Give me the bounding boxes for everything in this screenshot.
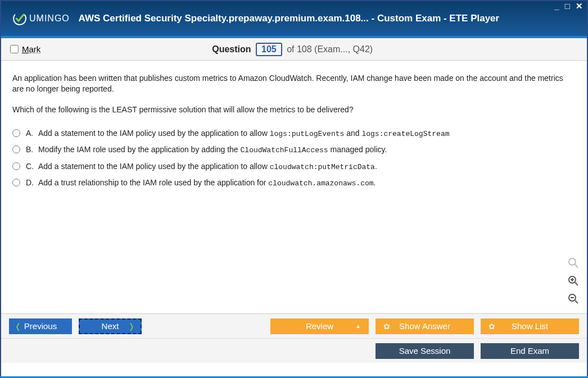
answer-text: Add a statement to the IAM policy used b… [38, 161, 377, 173]
answer-option-A[interactable]: A.Add a statement to the IAM policy used… [12, 125, 576, 142]
answer-radio[interactable] [12, 179, 20, 186]
bookmark-icon: ✿ [383, 322, 390, 331]
answer-letter: C. [26, 161, 38, 172]
question-label: Question [212, 44, 251, 54]
next-button[interactable]: Next ❭ [79, 318, 142, 334]
chevron-up-icon: ▲ [355, 323, 361, 329]
session-footer: Save Session End Exam [1, 338, 587, 363]
answer-text: Add a trust relationship to the IAM role… [38, 177, 376, 189]
save-session-button[interactable]: Save Session [376, 343, 474, 359]
show-answer-button[interactable]: ✿ Show Answer [376, 318, 474, 334]
svg-line-6 [575, 283, 578, 285]
current-question-number: 105 [256, 43, 282, 56]
previous-button[interactable]: ❬ Previous [9, 318, 72, 334]
question-paragraph-1: An application has been written that pub… [12, 73, 576, 94]
svg-line-2 [575, 265, 578, 267]
review-button[interactable]: Review ▲ [270, 318, 369, 334]
window-controls: _ □ ✕ [554, 1, 585, 11]
answer-text: Add a statement to the IAM policy used b… [38, 127, 449, 140]
question-header: Mark Question 105 of 108 (Exam..., Q42) [1, 38, 587, 61]
show-answer-label: Show Answer [399, 321, 450, 331]
answer-radio[interactable] [12, 162, 20, 170]
logo-text: UMINGO [29, 13, 70, 24]
zoom-out-icon[interactable] [567, 292, 580, 306]
answers-list: A.Add a statement to the IAM policy used… [12, 125, 576, 192]
answer-text: Modify the IAM role used by the applicat… [38, 144, 387, 156]
zoom-in-icon[interactable] [567, 274, 580, 288]
checkmark-logo-icon [12, 11, 27, 26]
search-icon[interactable] [567, 256, 580, 270]
nav-footer: ❬ Previous Next ❭ Review ▲ ✿ Show Answer… [1, 313, 587, 338]
maximize-icon[interactable]: □ [565, 1, 572, 11]
answer-letter: A. [26, 127, 38, 139]
previous-label: Previous [24, 321, 57, 331]
chevron-left-icon: ❬ [15, 322, 21, 331]
answer-option-D[interactable]: D.Add a trust relationship to the IAM ro… [12, 175, 576, 192]
answer-radio[interactable] [12, 145, 20, 153]
mark-label[interactable]: Mark [22, 44, 40, 54]
title-bar: UMINGO AWS Certified Security Specialty.… [1, 1, 587, 38]
svg-point-1 [569, 258, 576, 265]
answer-option-C[interactable]: C.Add a statement to the IAM policy used… [12, 158, 576, 175]
show-list-label: Show List [512, 321, 548, 331]
question-total: of 108 (Exam..., Q42) [287, 44, 373, 54]
answer-letter: D. [26, 177, 38, 189]
review-label: Review [306, 321, 333, 331]
answer-letter: B. [26, 144, 38, 156]
answer-option-B[interactable]: B.Modify the IAM role used by the applic… [12, 142, 576, 158]
show-list-button[interactable]: ✿ Show List [481, 318, 579, 334]
close-icon[interactable]: ✕ [576, 1, 585, 11]
svg-line-9 [575, 300, 578, 303]
list-icon: ✿ [489, 322, 495, 331]
next-label: Next [102, 321, 119, 331]
end-exam-button[interactable]: End Exam [481, 343, 579, 359]
question-content: An application has been written that pub… [1, 61, 587, 313]
app-logo: UMINGO [12, 11, 70, 26]
question-counter: Question 105 of 108 (Exam..., Q42) [40, 43, 544, 56]
question-paragraph-2: Which of the following is the LEAST perm… [12, 104, 576, 115]
minimize-icon[interactable]: _ [554, 1, 560, 11]
zoom-tools [567, 256, 580, 306]
mark-checkbox-wrap[interactable]: Mark [10, 44, 40, 54]
chevron-right-icon: ❭ [128, 322, 135, 331]
window-title: AWS Certified Security Specialty.prepawa… [70, 13, 508, 24]
answer-radio[interactable] [12, 129, 20, 137]
mark-checkbox[interactable] [10, 45, 19, 53]
